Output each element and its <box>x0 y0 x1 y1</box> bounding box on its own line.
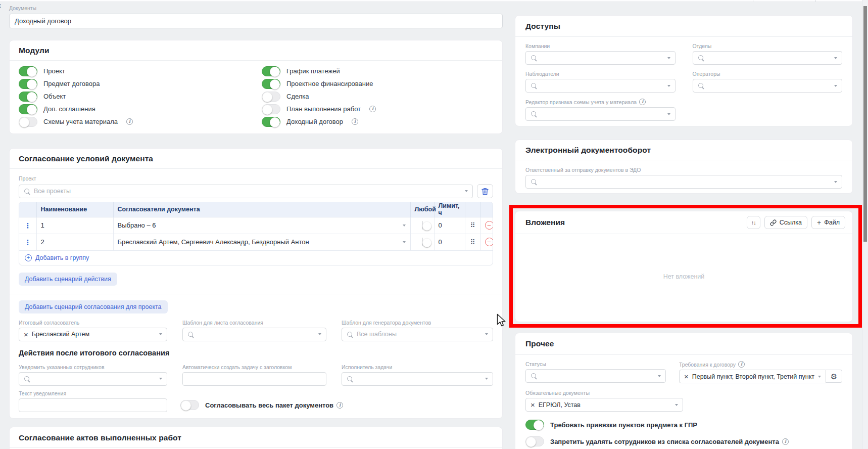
clear-icon[interactable] <box>684 373 689 380</box>
required-docs-select[interactable]: ЕГРЮЛ, Устав <box>525 398 683 412</box>
module-toggle[interactable] <box>19 79 37 89</box>
add-approval-scenario-button[interactable]: Добавить сценарий согласования для проек… <box>19 300 168 313</box>
notify-employees-field: Уведомить указанных сотрудников <box>19 364 167 386</box>
add-to-group-link[interactable]: Добавить в группу <box>19 251 493 265</box>
observers-select[interactable] <box>525 79 676 93</box>
sheet-template-select[interactable] <box>182 328 326 341</box>
approvers-select-cell[interactable]: Бреславский Артем, Сергеевич Александр, … <box>113 234 410 250</box>
info-icon[interactable] <box>639 99 646 105</box>
other-card: Прочее Статусы Требования к договору <box>515 333 853 449</box>
drag-handle-icon[interactable] <box>470 238 475 246</box>
chevron-down-icon <box>834 57 837 59</box>
modules-toggle-grid: Проект Предмет договора Объект Доп. согл… <box>19 65 493 128</box>
document-type-input[interactable] <box>9 14 503 28</box>
remove-row-icon[interactable] <box>485 221 494 230</box>
operators-select[interactable] <box>693 79 843 93</box>
module-toggle[interactable] <box>262 104 280 114</box>
module-toggle[interactable] <box>262 66 280 76</box>
notify-employees-select[interactable] <box>19 372 167 386</box>
contract-requirements-select[interactable]: Первый пункт, Второй пункт, Третий пункт <box>679 370 826 383</box>
chevron-down-icon <box>834 181 837 183</box>
sheet-template-field: Шаблон для листа согласования <box>182 320 326 341</box>
generator-template-select[interactable]: Все шаблоны <box>342 328 493 341</box>
task-executor-field: Исполнитель задачи <box>342 364 493 386</box>
modules-title: Модули <box>19 40 493 55</box>
companies-select[interactable] <box>525 51 676 65</box>
module-toggle[interactable] <box>262 92 280 102</box>
info-icon[interactable] <box>738 361 745 368</box>
edo-responsible-select[interactable] <box>525 175 842 189</box>
clear-icon[interactable] <box>531 401 535 409</box>
notice-text-input[interactable] <box>19 398 167 412</box>
divider <box>10 60 502 61</box>
any-approver-toggle[interactable] <box>422 238 423 246</box>
search-icon <box>24 188 30 195</box>
scrollbar-thumb[interactable] <box>863 6 867 242</box>
chevron-down-icon <box>818 376 821 378</box>
remove-row-icon[interactable] <box>485 238 494 246</box>
delete-scenario-button[interactable] <box>477 184 493 198</box>
divider <box>10 447 502 448</box>
required-docs-label: Обязательные документы <box>525 390 842 396</box>
search-icon <box>187 331 194 338</box>
project-label: Проект <box>19 175 493 182</box>
add-action-scenario-button[interactable]: Добавить сценарий действия <box>19 273 117 286</box>
info-icon[interactable] <box>126 118 133 125</box>
project-select[interactable]: Все проекты <box>19 185 473 198</box>
info-icon[interactable] <box>336 402 343 409</box>
module-toggle[interactable] <box>19 92 37 102</box>
row-menu-icon[interactable] <box>24 238 31 246</box>
trash-icon <box>481 188 489 195</box>
task-executor-select[interactable] <box>342 372 493 386</box>
module-toggle-row: План выполнения работ <box>262 103 493 115</box>
search-icon <box>347 331 353 338</box>
search-icon <box>531 111 537 117</box>
post-actions-title: Действия после итогового согласования <box>19 349 493 357</box>
contract-requirements-field: Требования к договору Первый пункт, Втор… <box>679 355 842 383</box>
departments-select[interactable] <box>693 51 843 65</box>
row-menu-icon[interactable] <box>24 221 31 230</box>
module-toggle[interactable] <box>19 66 37 76</box>
info-icon[interactable] <box>782 438 789 445</box>
chevron-down-icon <box>485 378 488 380</box>
approval-title: Согласование условий документа <box>19 149 493 163</box>
module-toggle-row: График платежей <box>262 65 493 77</box>
drag-handle-icon[interactable] <box>470 221 475 229</box>
requirements-settings-button[interactable] <box>826 370 842 383</box>
gpr-binding-toggle-row: Требовать привязки пунктов предмета к ГП… <box>525 420 842 430</box>
final-approver-select[interactable]: Бреславский Артем <box>19 328 167 341</box>
clear-icon[interactable] <box>24 331 28 338</box>
statuses-select[interactable] <box>525 369 666 383</box>
gpr-binding-toggle[interactable] <box>525 420 544 430</box>
info-icon[interactable] <box>352 118 358 125</box>
chevron-down-icon <box>675 404 678 406</box>
table-header-row: Наименование Согласователи документа Люб… <box>19 202 493 217</box>
limit-cell[interactable]: 0 <box>434 234 465 250</box>
module-toggle-row: Доходный договор <box>262 115 493 128</box>
divider <box>515 160 852 160</box>
group-name-cell[interactable]: 2 <box>36 234 113 250</box>
material-scheme-editor-select[interactable] <box>525 107 676 121</box>
package-approval-toggle[interactable] <box>180 400 199 410</box>
module-toggle[interactable] <box>19 117 37 127</box>
chevron-down-icon <box>403 224 406 227</box>
limit-cell[interactable]: 0 <box>434 217 465 234</box>
module-toggle[interactable] <box>262 79 280 89</box>
acts-approval-title: Согласование актов выполненных работ <box>19 427 493 442</box>
forbid-remove-approvers-toggle[interactable] <box>525 436 544 446</box>
info-icon[interactable] <box>369 106 376 112</box>
module-toggle[interactable] <box>262 117 280 127</box>
other-title: Прочее <box>525 333 842 348</box>
auto-task-input[interactable] <box>182 372 326 386</box>
divider <box>10 168 502 169</box>
module-toggle-row: Сделка <box>262 90 493 103</box>
chevron-down-icon <box>159 333 162 335</box>
back-chevron-icon[interactable] <box>0 1 1 10</box>
approvers-select-cell[interactable]: Выбрано – 6 <box>113 217 410 234</box>
any-approver-toggle[interactable] <box>422 221 423 230</box>
page-scrollbar[interactable] <box>862 0 868 449</box>
chevron-down-icon <box>667 85 670 87</box>
group-name-cell[interactable]: 1 <box>36 217 113 234</box>
module-toggle[interactable] <box>19 104 37 114</box>
search-icon <box>698 82 704 89</box>
